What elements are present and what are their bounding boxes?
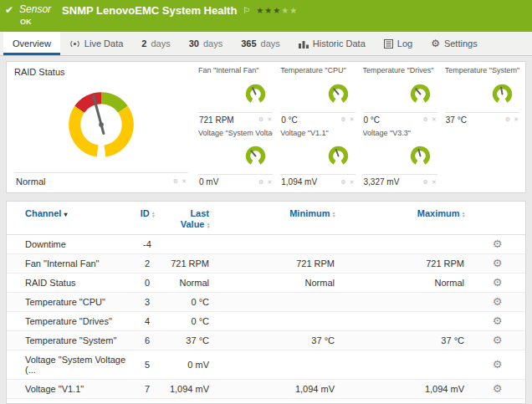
col-header-id[interactable]: ID▴▾ bbox=[132, 202, 162, 235]
channel-last-value: 0 °C bbox=[162, 293, 214, 312]
channel-settings-gear-icon[interactable]: ⚙ bbox=[493, 276, 503, 289]
channel-maximum: 3,327 mV bbox=[340, 399, 469, 404]
gear-icon[interactable]: ⚙ bbox=[340, 179, 345, 186]
gear-icon[interactable]: ⚙ bbox=[423, 116, 428, 123]
col-header-actions bbox=[469, 202, 525, 235]
tab-log[interactable]: Log bbox=[375, 32, 422, 55]
gauge-value: 721 RPM bbox=[199, 115, 234, 125]
stars-filled: ★★★ bbox=[256, 6, 281, 15]
col-header-channel[interactable]: Channel▾ bbox=[7, 202, 132, 235]
live-data-icon bbox=[69, 39, 80, 49]
gear-icon[interactable]: ⚙ bbox=[173, 178, 178, 185]
table-row-temp-cpu[interactable]: Temperature "CPU" 3 0 °C ⚙ bbox=[7, 293, 525, 312]
channel-settings-gear-icon[interactable]: ⚙ bbox=[493, 295, 503, 308]
status-badge: OK bbox=[19, 18, 51, 26]
channel-minimum: 37 °C bbox=[214, 331, 340, 350]
table-row-downtime[interactable]: Downtime -4 ⚙ bbox=[7, 235, 525, 254]
col-header-last-value[interactable]: Last Value▴▾ bbox=[162, 202, 214, 235]
close-icon[interactable]: ✕ bbox=[350, 179, 355, 186]
col-header-maximum[interactable]: Maximum▴▾ bbox=[340, 202, 469, 235]
gauge-dial bbox=[409, 145, 432, 167]
gauge-panel-voltage-v3-3[interactable]: Voltage "V3.3" 3,327 mV ⚙✕ bbox=[363, 129, 437, 187]
tab-historic-data[interactable]: Historic Data bbox=[289, 32, 375, 55]
gauge-panel-temp-system[interactable]: Temperature "System" 37 °C ⚙✕ bbox=[445, 66, 519, 125]
gauge-hub bbox=[99, 122, 104, 127]
gauge-footer-icons: ⚙✕ bbox=[423, 179, 437, 186]
table-row-voltage-system[interactable]: Voltage "System Voltage (... 5 0 mV ⚙ bbox=[7, 350, 525, 380]
channel-minimum bbox=[214, 312, 340, 331]
table-row-fan-internal[interactable]: Fan "Internal Fan" 2 721 RPM 721 RPM 721… bbox=[7, 254, 525, 274]
gauge-panel-fan-internal[interactable]: Fan "Internal Fan" 721 RPM ⚙✕ bbox=[198, 66, 273, 125]
gear-icon[interactable]: ⚙ bbox=[258, 116, 263, 123]
sensor-kind-block: Sensor OK bbox=[19, 4, 51, 26]
close-icon[interactable]: ✕ bbox=[514, 116, 519, 123]
gear-icon[interactable]: ⚙ bbox=[505, 116, 510, 123]
close-icon[interactable]: ✕ bbox=[267, 116, 272, 123]
gauge-dial bbox=[491, 83, 514, 105]
gauge-footer-icons: ⚙✕ bbox=[258, 116, 272, 123]
close-icon[interactable]: ✕ bbox=[432, 179, 437, 186]
channel-settings-gear-icon[interactable]: ⚙ bbox=[493, 257, 503, 269]
close-icon[interactable]: ✕ bbox=[432, 116, 437, 123]
channel-name: Voltage "System Voltage (... bbox=[7, 350, 132, 380]
gauge-title: Temperature "Drives" bbox=[363, 66, 437, 76]
tab-365-days-num: 365 bbox=[241, 38, 256, 49]
priority-rating[interactable]: ★★★★★ bbox=[256, 5, 298, 16]
sort-icon: ▴▾ bbox=[332, 211, 335, 217]
channel-settings-gear-icon[interactable]: ⚙ bbox=[493, 238, 503, 250]
gauge-footer-icons: ⚙✕ bbox=[505, 116, 519, 123]
tab-overview[interactable]: Overview bbox=[3, 32, 60, 55]
tab-30-days[interactable]: 30 days bbox=[180, 32, 233, 55]
sort-desc-icon: ▾ bbox=[64, 211, 67, 218]
channel-maximum bbox=[340, 312, 469, 331]
table-row-voltage-v3-3[interactable]: Voltage "V3.3" 8 3,327 mV 3,327 mV 3,327… bbox=[7, 399, 525, 404]
channel-minimum bbox=[214, 293, 340, 312]
channel-name: RAID Status bbox=[7, 274, 132, 293]
raid-status-gauge bbox=[14, 77, 188, 172]
gear-icon[interactable]: ⚙ bbox=[340, 116, 345, 123]
channel-settings-gear-icon[interactable]: ⚙ bbox=[493, 382, 503, 395]
gauge-panel-voltage-v1-1[interactable]: Voltage "V1.1" 1,094 mV ⚙✕ bbox=[280, 129, 355, 187]
channel-settings-gear-icon[interactable]: ⚙ bbox=[493, 334, 503, 346]
flag-icon[interactable]: ⚐ bbox=[243, 5, 250, 16]
channel-id: 6 bbox=[132, 331, 162, 350]
table-row-temp-system[interactable]: Temperature "System" 6 37 °C 37 °C 37 °C… bbox=[7, 331, 525, 350]
tab-365-days-word: days bbox=[261, 38, 280, 49]
col-header-minimum[interactable]: Minimum▴▾ bbox=[214, 202, 340, 235]
channel-maximum: 37 °C bbox=[340, 331, 469, 350]
tab-settings[interactable]: ⚙ Settings bbox=[422, 32, 487, 55]
raid-status-value: Normal bbox=[16, 176, 45, 187]
tab-live-data[interactable]: Live Data bbox=[60, 32, 132, 55]
gauge-panel-temp-drives[interactable]: Temperature "Drives" 0 °C ⚙✕ bbox=[363, 66, 437, 125]
channel-id: 8 bbox=[132, 399, 162, 404]
tab-2-days[interactable]: 2 days bbox=[132, 32, 179, 55]
tab-log-label: Log bbox=[397, 38, 412, 49]
channel-id: 3 bbox=[132, 293, 162, 312]
gauge-value: 3,327 mV bbox=[364, 177, 400, 187]
channel-name: Temperature "CPU" bbox=[7, 293, 132, 312]
tab-2-days-num: 2 bbox=[141, 38, 146, 49]
close-icon[interactable]: ✕ bbox=[267, 179, 272, 186]
channel-last-value bbox=[162, 235, 214, 254]
overview-card: RAID Status Normal ⚙ ✕ bbox=[6, 61, 526, 193]
channel-id: 5 bbox=[132, 350, 162, 380]
gauge-title: Voltage "System Voltage (12... bbox=[198, 129, 273, 139]
channel-settings-gear-icon[interactable]: ⚙ bbox=[493, 315, 503, 327]
channel-maximum bbox=[340, 293, 469, 312]
close-icon[interactable]: ✕ bbox=[182, 178, 187, 185]
channel-id: -4 bbox=[132, 235, 162, 254]
gear-icon[interactable]: ⚙ bbox=[423, 179, 428, 186]
channel-maximum: 1,094 mV bbox=[340, 380, 469, 399]
stars-empty: ★★ bbox=[281, 6, 298, 15]
table-row-voltage-v1-1[interactable]: Voltage "V1.1" 7 1,094 mV 1,094 mV 1,094… bbox=[7, 380, 525, 399]
table-row-temp-drives[interactable]: Temperature "Drives" 4 0 °C ⚙ bbox=[7, 312, 525, 331]
table-row-raid-status[interactable]: RAID Status 0 Normal Normal Normal ⚙ bbox=[7, 274, 525, 293]
close-icon[interactable]: ✕ bbox=[350, 116, 355, 123]
gauge-dial bbox=[244, 145, 267, 167]
channel-settings-gear-icon[interactable]: ⚙ bbox=[493, 358, 503, 371]
tab-settings-label: Settings bbox=[444, 38, 478, 49]
gear-icon[interactable]: ⚙ bbox=[258, 179, 263, 186]
gauge-panel-voltage-system[interactable]: Voltage "System Voltage (12... 0 mV ⚙✕ bbox=[198, 129, 273, 187]
gauge-panel-temp-cpu[interactable]: Temperature "CPU" 0 °C ⚙✕ bbox=[280, 66, 355, 125]
tab-365-days[interactable]: 365 days bbox=[232, 32, 289, 55]
